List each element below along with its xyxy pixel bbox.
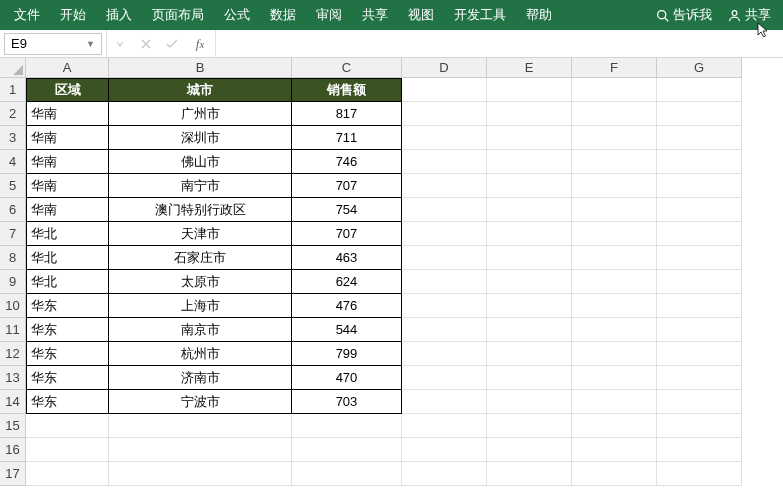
cell[interactable] [26,414,109,438]
row-header[interactable]: 13 [0,366,26,390]
cell[interactable] [26,462,109,486]
ribbon-tab-页面布局[interactable]: 页面布局 [142,0,214,30]
cell[interactable] [402,462,487,486]
cell[interactable] [402,318,487,342]
cell[interactable] [572,174,657,198]
cell[interactable] [657,366,742,390]
row-header[interactable]: 15 [0,414,26,438]
cell[interactable] [657,390,742,414]
cell[interactable] [402,270,487,294]
cell[interactable] [402,294,487,318]
cell[interactable]: 销售额 [292,78,402,102]
cell[interactable] [487,174,572,198]
cell[interactable]: 470 [292,366,402,390]
ribbon-tab-共享[interactable]: 共享 [352,0,398,30]
cell[interactable] [109,462,292,486]
cell[interactable]: 544 [292,318,402,342]
cell[interactable] [487,78,572,102]
cell[interactable]: 石家庄市 [109,246,292,270]
cell[interactable] [657,318,742,342]
cell[interactable]: 华南 [26,150,109,174]
row-header[interactable]: 11 [0,318,26,342]
cell[interactable] [657,438,742,462]
column-header-D[interactable]: D [402,58,487,78]
fx-icon[interactable]: fx [185,36,215,52]
cell[interactable] [572,414,657,438]
cell[interactable] [487,246,572,270]
cell[interactable] [487,390,572,414]
cell[interactable] [657,102,742,126]
cell[interactable]: 华南 [26,174,109,198]
cell[interactable] [657,174,742,198]
cell[interactable] [26,438,109,462]
cell[interactable]: 南宁市 [109,174,292,198]
column-header-C[interactable]: C [292,58,402,78]
cell[interactable] [572,342,657,366]
chevron-down-icon[interactable]: ▼ [86,39,95,49]
cell[interactable] [657,294,742,318]
cell[interactable]: 天津市 [109,222,292,246]
cell[interactable] [657,126,742,150]
ribbon-tab-开发工具[interactable]: 开发工具 [444,0,516,30]
cell[interactable] [657,414,742,438]
cell[interactable] [402,174,487,198]
cell[interactable]: 华东 [26,342,109,366]
cell[interactable] [657,198,742,222]
cell[interactable]: 746 [292,150,402,174]
cell[interactable] [402,414,487,438]
cell[interactable]: 711 [292,126,402,150]
cell[interactable] [487,462,572,486]
cell[interactable] [487,102,572,126]
cell[interactable] [657,246,742,270]
cell[interactable] [402,126,487,150]
cell[interactable] [572,126,657,150]
cell[interactable] [572,366,657,390]
cell[interactable] [572,198,657,222]
cell[interactable] [487,318,572,342]
cell[interactable] [572,78,657,102]
cell[interactable] [292,438,402,462]
select-all-corner[interactable] [0,58,26,78]
ribbon-tab-审阅[interactable]: 审阅 [306,0,352,30]
row-header[interactable]: 4 [0,150,26,174]
cell[interactable]: 太原市 [109,270,292,294]
row-header[interactable]: 17 [0,462,26,486]
cell[interactable]: 707 [292,222,402,246]
cell[interactable]: 佛山市 [109,150,292,174]
cell[interactable] [487,342,572,366]
row-header[interactable]: 7 [0,222,26,246]
cell[interactable]: 济南市 [109,366,292,390]
cell[interactable]: 817 [292,102,402,126]
cell[interactable] [572,318,657,342]
cell[interactable] [572,246,657,270]
cell[interactable] [572,390,657,414]
cell[interactable] [572,294,657,318]
cell[interactable] [402,342,487,366]
cell[interactable]: 华东 [26,366,109,390]
cell[interactable]: 澳门特别行政区 [109,198,292,222]
column-header-B[interactable]: B [109,58,292,78]
cell[interactable] [572,270,657,294]
cell[interactable]: 463 [292,246,402,270]
cell[interactable]: 区域 [26,78,109,102]
cell[interactable] [109,438,292,462]
cell[interactable]: 上海市 [109,294,292,318]
row-header[interactable]: 10 [0,294,26,318]
cell[interactable]: 624 [292,270,402,294]
row-header[interactable]: 3 [0,126,26,150]
cell[interactable] [572,150,657,174]
column-header-E[interactable]: E [487,58,572,78]
row-header[interactable]: 5 [0,174,26,198]
cell[interactable] [657,342,742,366]
cell[interactable] [402,198,487,222]
column-header-A[interactable]: A [26,58,109,78]
cell[interactable] [292,414,402,438]
cell[interactable] [572,222,657,246]
cell[interactable]: 广州市 [109,102,292,126]
cell[interactable]: 703 [292,390,402,414]
cell[interactable]: 城市 [109,78,292,102]
cell[interactable] [109,414,292,438]
name-box[interactable]: E9 ▼ [4,33,102,55]
cell[interactable] [657,150,742,174]
cell[interactable] [402,150,487,174]
